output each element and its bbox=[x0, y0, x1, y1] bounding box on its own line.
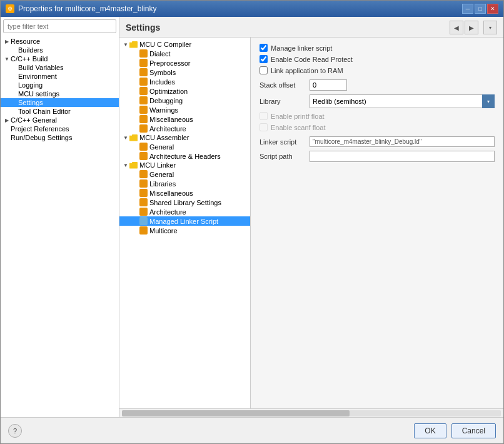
window-title: Properties for multicore_m4master_blinky bbox=[18, 4, 156, 13]
left-tree-label-cpp-general: C/C++ General bbox=[11, 116, 57, 124]
rt-label-preprocessor: Preprocessor bbox=[149, 59, 190, 67]
script-path-row: Script path bbox=[260, 151, 495, 162]
rt-debugging[interactable]: Debugging bbox=[119, 96, 250, 105]
left-tree-item-run-debug[interactable]: Run/Debug Settings bbox=[1, 133, 119, 142]
library-label: Library bbox=[260, 98, 310, 105]
rt-warnings[interactable]: Warnings bbox=[119, 105, 250, 114]
linker-script-label: Linker script bbox=[260, 138, 310, 146]
rt-label-includes: Includes bbox=[149, 78, 175, 86]
left-tree-item-mcu-settings[interactable]: MCU settings bbox=[1, 89, 119, 98]
rt-misc-l[interactable]: Miscellaneous bbox=[119, 188, 250, 198]
rt-mcu-linker[interactable]: ▼ MCU Linker bbox=[119, 161, 250, 169]
rt-symbols[interactable]: Symbols bbox=[119, 68, 250, 77]
rt-dialect[interactable]: Dialect bbox=[119, 49, 250, 58]
enable-code-read-checkbox[interactable] bbox=[260, 55, 268, 63]
filter-input[interactable] bbox=[3, 19, 116, 33]
left-tree-item-logging[interactable]: Logging bbox=[1, 81, 119, 89]
rt-multicore[interactable]: Multicore bbox=[119, 226, 250, 235]
rt-general-lnk[interactable]: General bbox=[119, 169, 250, 179]
minimize-button[interactable]: ─ bbox=[462, 4, 473, 14]
back-button[interactable]: ◀ bbox=[450, 21, 463, 34]
library-row: Library Redlib (semihost) Redlib Newlib … bbox=[260, 94, 495, 108]
rt-label-dialect: Dialect bbox=[149, 50, 171, 58]
link-to-ram-checkbox[interactable] bbox=[260, 66, 268, 74]
rt-label-shared-lib: Shared Library Settings bbox=[149, 199, 221, 206]
left-tree-label-mcu-settings: MCU settings bbox=[18, 90, 59, 98]
enable-code-read-row: Enable Code Read Protect bbox=[260, 55, 495, 63]
manage-linker-row: Manage linker script bbox=[260, 44, 495, 52]
left-tree-item-builders[interactable]: Builders bbox=[1, 46, 119, 54]
rt-mcu-c-compiler[interactable]: ▼ MCU C Compiler bbox=[119, 40, 250, 49]
rt-label-general-asm: General bbox=[149, 143, 174, 151]
rt-mcu-assembler[interactable]: ▼ MCU Assembler bbox=[119, 133, 250, 142]
left-tree-item-project-refs[interactable]: Project References bbox=[1, 124, 119, 133]
toolbar-right: ◀ ▶ ▾ bbox=[450, 21, 497, 34]
right-tree-panel: ▼ MCU C Compiler Dialect Preprocessor bbox=[119, 38, 251, 408]
left-tree-label-cpp-build: C/C++ Build bbox=[11, 55, 48, 63]
left-tree-item-resource[interactable]: ▶ Resource bbox=[1, 37, 119, 46]
content-area: ▶ Resource Builders ▼ C/C++ Build Build … bbox=[1, 17, 503, 417]
rt-includes[interactable]: Includes bbox=[119, 77, 250, 86]
library-select[interactable]: Redlib (semihost) Redlib Newlib (semihos… bbox=[310, 94, 495, 108]
rt-general-asm[interactable]: General bbox=[119, 142, 250, 151]
left-tree-item-build-vars[interactable]: Build Variables bbox=[1, 63, 119, 72]
gear-icon-symbols bbox=[139, 68, 148, 76]
rt-label-general-lnk: General bbox=[149, 171, 174, 178]
library-select-wrapper: Redlib (semihost) Redlib Newlib (semihos… bbox=[310, 94, 495, 108]
stack-offset-input[interactable] bbox=[310, 79, 347, 91]
link-to-ram-label: Link application to RAM bbox=[271, 67, 343, 74]
rt-shared-lib[interactable]: Shared Library Settings bbox=[119, 198, 250, 207]
rt-arch-l[interactable]: Architecture bbox=[119, 207, 250, 216]
rt-label-symbols: Symbols bbox=[149, 69, 176, 76]
folder-icon-mcu-lnk bbox=[129, 162, 138, 169]
rt-label-misc-l: Miscellaneous bbox=[149, 189, 193, 197]
left-tree-label-resource: Resource bbox=[11, 38, 40, 45]
left-tree-item-environment[interactable]: Environment bbox=[1, 72, 119, 81]
rt-label-arch-headers: Architecture & Headers bbox=[149, 153, 221, 160]
ok-button[interactable]: OK bbox=[414, 423, 446, 438]
cancel-button[interactable]: Cancel bbox=[451, 423, 496, 438]
left-tree-item-tool-chain-editor[interactable]: Tool Chain Editor bbox=[1, 107, 119, 116]
rt-preprocessor[interactable]: Preprocessor bbox=[119, 58, 250, 68]
expand-cpp-general-arrow: ▶ bbox=[3, 116, 11, 124]
rt-arch-headers[interactable]: Architecture & Headers bbox=[119, 151, 250, 161]
rt-label-debugging: Debugging bbox=[149, 97, 183, 104]
gear-icon-optimization bbox=[139, 87, 148, 95]
left-tree-item-cpp-general[interactable]: ▶ C/C++ General bbox=[1, 116, 119, 124]
manage-linker-checkbox[interactable] bbox=[260, 44, 268, 52]
gear-icon-managed-linker bbox=[139, 217, 148, 225]
rt-managed-linker[interactable]: Managed Linker Script bbox=[119, 216, 250, 226]
dropdown-button[interactable]: ▾ bbox=[483, 21, 497, 34]
rt-misc-c[interactable]: Miscellaneous bbox=[119, 114, 250, 124]
rt-arch-c[interactable]: Architecture bbox=[119, 124, 250, 133]
rt-label-misc-c: Miscellaneous bbox=[149, 116, 193, 123]
close-button[interactable]: ✕ bbox=[487, 4, 498, 14]
gear-icon-general-asm bbox=[139, 143, 148, 151]
rt-libraries[interactable]: Libraries bbox=[119, 179, 250, 188]
script-path-input[interactable] bbox=[310, 151, 495, 162]
linker-script-input[interactable] bbox=[310, 136, 495, 147]
gear-icon-includes bbox=[139, 78, 148, 86]
window-icon: ⚙ bbox=[6, 4, 14, 13]
rt-optimization[interactable]: Optimization bbox=[119, 86, 250, 96]
enable-scanf-checkbox[interactable] bbox=[260, 123, 268, 131]
bottom-left: ? bbox=[8, 424, 22, 438]
forward-button[interactable]: ▶ bbox=[465, 21, 478, 34]
expand-cpp-build-arrow: ▼ bbox=[3, 55, 11, 63]
right-panel: Settings ◀ ▶ ▾ ▼ MCU C Compiler bbox=[119, 17, 503, 417]
gear-icon-preprocessor bbox=[139, 59, 148, 67]
gear-icon-arch-c bbox=[139, 124, 148, 133]
help-button[interactable]: ? bbox=[8, 424, 22, 438]
enable-printf-checkbox[interactable] bbox=[260, 112, 268, 120]
rt-label-mcu-linker: MCU Linker bbox=[139, 161, 176, 169]
folder-icon-mcu-asm bbox=[129, 134, 138, 141]
properties-window: ⚙ Properties for multicore_m4master_blin… bbox=[0, 0, 504, 444]
gear-icon-dialect bbox=[139, 49, 148, 58]
horizontal-scrollbar[interactable] bbox=[119, 408, 503, 417]
bottom-bar: ? OK Cancel bbox=[1, 417, 503, 443]
rt-label-libraries: Libraries bbox=[149, 180, 176, 188]
left-tree-item-cpp-build[interactable]: ▼ C/C++ Build bbox=[1, 54, 119, 63]
maximize-button[interactable]: □ bbox=[475, 4, 486, 14]
left-tree-item-settings[interactable]: Settings bbox=[1, 98, 119, 107]
enable-scanf-row: Enable scanf float bbox=[260, 123, 495, 131]
